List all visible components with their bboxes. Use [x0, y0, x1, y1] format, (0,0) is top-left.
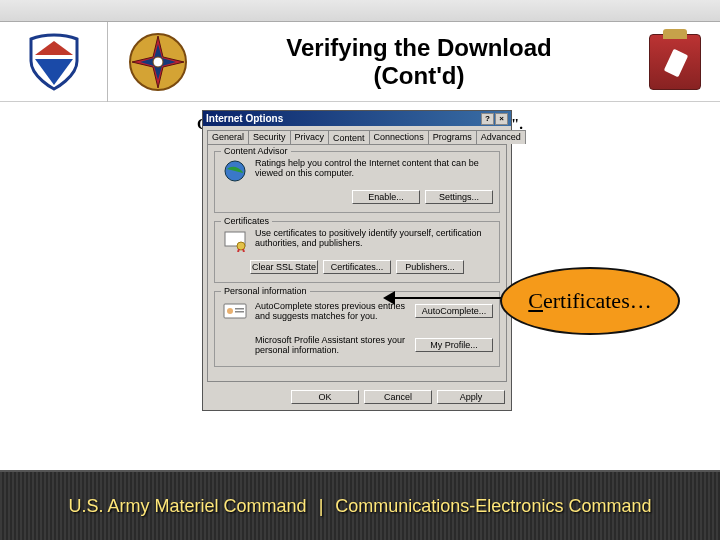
clear-ssl-button[interactable]: Clear SSL State [250, 260, 318, 274]
apply-button[interactable]: Apply [437, 390, 505, 404]
settings-button[interactable]: Settings... [425, 190, 493, 204]
cancel-button[interactable]: Cancel [364, 390, 432, 404]
emblem-sun-compass [108, 22, 208, 102]
emblem-cecom [630, 34, 720, 90]
svg-point-8 [227, 308, 233, 314]
card-icon [221, 298, 249, 324]
titlebar-buttons: ? × [481, 113, 508, 125]
group-content-advisor: Content Advisor Ratings help you control… [214, 151, 500, 213]
certificates-button[interactable]: Certificates... [323, 260, 391, 274]
certificates-text: Use certificates to positively identify … [255, 228, 493, 254]
profile-text: Microsoft Profile Assistant stores your … [255, 335, 409, 356]
content-advisor-text: Ratings help you control the Internet co… [255, 158, 493, 184]
title-line-2: (Cont'd) [374, 62, 465, 89]
dialog-titlebar: Internet Options ? × [203, 111, 511, 126]
internet-options-dialog: Internet Options ? × General Security Pr… [202, 110, 512, 411]
title-line-1: Verifying the Download [286, 34, 551, 61]
dialog-tabs: General Security Privacy Content Connect… [203, 126, 511, 144]
spacer [221, 332, 249, 358]
callout-text: Certificates… [528, 288, 651, 314]
tab-programs[interactable]: Programs [428, 130, 477, 144]
dialog-footer: OK Cancel Apply [203, 386, 511, 410]
slide-title-area: Verifying the Download (Cont'd) [208, 30, 630, 93]
enable-button[interactable]: Enable... [352, 190, 420, 204]
group-label: Content Advisor [221, 146, 291, 156]
crest-icon [649, 34, 701, 90]
shield-icon [27, 33, 81, 91]
globe-icon [221, 158, 249, 184]
callout-arrow-head [383, 291, 395, 305]
publishers-button[interactable]: Publishers... [396, 260, 464, 274]
svg-point-3 [153, 57, 163, 67]
footer-separator: | [319, 496, 324, 517]
my-profile-button[interactable]: My Profile... [415, 338, 493, 352]
group-personal-info: Personal information AutoComplete stores… [214, 291, 500, 367]
slide-footer: U.S. Army Materiel Command | Communicati… [0, 470, 720, 540]
tab-privacy[interactable]: Privacy [290, 130, 330, 144]
footer-left: U.S. Army Materiel Command [69, 496, 307, 517]
svg-rect-10 [235, 311, 244, 313]
tab-general[interactable]: General [207, 130, 249, 144]
autocomplete-button[interactable]: AutoComplete... [415, 304, 493, 318]
help-icon[interactable]: ? [481, 113, 494, 125]
dialog-title: Internet Options [206, 113, 283, 124]
tab-security[interactable]: Security [248, 130, 291, 144]
tab-advanced[interactable]: Advanced [476, 130, 526, 144]
tab-panel-content: Content Advisor Ratings help you control… [207, 144, 507, 382]
group-label: Personal information [221, 286, 310, 296]
group-label: Certificates [221, 216, 272, 226]
tab-connections[interactable]: Connections [369, 130, 429, 144]
footer-right: Communications-Electronics Command [335, 496, 651, 517]
slide-title: Verifying the Download (Cont'd) [216, 34, 622, 89]
callout-arrow-line [392, 297, 502, 299]
group-certificates: Certificates Use certificates to positiv… [214, 221, 500, 283]
certificates-callout: Certificates… [500, 267, 680, 335]
slide-body: Internet Options ? × General Security Pr… [0, 102, 720, 470]
slide-header: Verifying the Download (Cont'd) [0, 22, 720, 102]
svg-rect-9 [235, 308, 244, 310]
emblem-amc-shield [0, 22, 108, 102]
window-topbar [0, 0, 720, 22]
certificate-icon [221, 228, 249, 254]
tab-content[interactable]: Content [328, 130, 370, 144]
ok-button[interactable]: OK [291, 390, 359, 404]
close-icon[interactable]: × [495, 113, 508, 125]
compass-icon [127, 31, 189, 93]
